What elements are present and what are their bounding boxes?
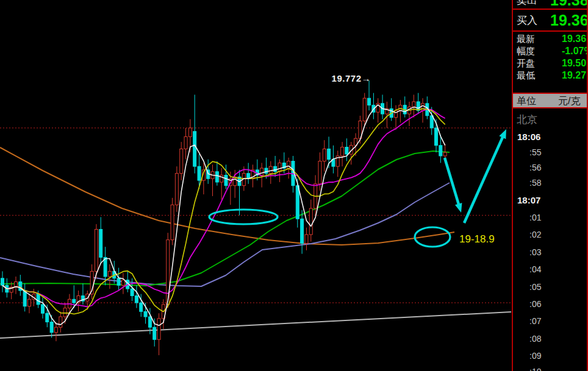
time-tick: :03 xyxy=(529,247,541,257)
time-tick: :06 xyxy=(529,299,541,309)
candle-body xyxy=(215,172,218,182)
candle-body xyxy=(108,271,111,277)
candle-body xyxy=(27,299,30,306)
candle-body xyxy=(260,168,264,175)
candle-body xyxy=(198,166,201,180)
candle-body xyxy=(59,317,62,327)
quote-value: 19.36 xyxy=(562,34,586,44)
quote-label: 最新 xyxy=(517,34,535,45)
candle-body xyxy=(23,291,26,306)
buy-price-row[interactable]: 买入 19.36 xyxy=(517,10,587,30)
candle-body xyxy=(148,317,151,327)
candle-body xyxy=(188,128,192,136)
time-tick: 18:06 xyxy=(517,132,540,142)
sell-label: 卖出 xyxy=(517,0,537,7)
time-tick: :09 xyxy=(529,351,541,361)
quote-label: 幅度 xyxy=(517,46,535,57)
time-tick: :01 xyxy=(529,213,541,222)
highlight-ellipse-dip[interactable] xyxy=(209,210,278,224)
unit-value: 元/克 xyxy=(558,95,580,108)
candle-body xyxy=(412,102,415,107)
peak-price-label: 19.772→ xyxy=(332,73,371,83)
candle-body xyxy=(435,128,438,146)
unit-label: 单位 xyxy=(517,95,536,108)
candle-body xyxy=(269,166,272,173)
candle-body xyxy=(41,305,44,313)
ma-green xyxy=(0,151,450,286)
candle-body xyxy=(265,168,268,174)
candle-body xyxy=(328,149,331,159)
candle-body xyxy=(54,327,57,333)
quote-value: 19.50 xyxy=(562,58,586,69)
candle-body xyxy=(274,166,277,172)
quote-value: -1.07% xyxy=(562,46,588,57)
candle-body xyxy=(443,152,446,156)
candle-body xyxy=(439,146,442,156)
quote-row[interactable]: 幅度-1.07% xyxy=(517,45,587,57)
candle-body xyxy=(99,229,102,257)
candle-body xyxy=(193,132,196,166)
quote-row[interactable]: 开盘19.50 xyxy=(517,57,587,69)
buy-price: 19.36 xyxy=(550,12,588,29)
region-label: 北京 xyxy=(517,113,537,127)
time-tick: :04 xyxy=(529,264,541,274)
candle-body xyxy=(224,175,228,185)
candle-body xyxy=(363,98,366,121)
candle-body xyxy=(37,294,40,305)
separator xyxy=(513,30,587,32)
candle-body xyxy=(368,98,371,105)
ma-slate xyxy=(0,183,450,286)
candle-body xyxy=(341,147,344,156)
candle-body xyxy=(153,327,156,339)
price-chart[interactable] xyxy=(0,0,512,371)
candle-body xyxy=(309,208,312,235)
candle-body xyxy=(63,308,66,317)
trend-arrow-up-head xyxy=(499,129,506,139)
time-tick: :07 xyxy=(529,316,541,326)
trend-arrow-up[interactable] xyxy=(464,135,504,223)
time-tick: :55 xyxy=(529,147,541,157)
candle-body xyxy=(184,136,187,149)
time-tick: 18:07 xyxy=(517,195,540,205)
candle-body xyxy=(395,110,398,117)
time-tick: :58 xyxy=(529,178,541,188)
candle-body xyxy=(301,219,304,243)
candle-body xyxy=(144,311,147,317)
candle-body xyxy=(135,296,138,303)
trading-app-window: 19.772→ 19-18.9 卖出 19.38 买入 19.36 最新19.3… xyxy=(0,0,588,371)
trend-arrow-down[interactable] xyxy=(445,158,459,206)
candle-body xyxy=(117,278,120,285)
quote-row[interactable]: 最新19.36 xyxy=(517,33,587,45)
ma-magenta xyxy=(2,109,445,306)
support-range-label: 19-18.9 xyxy=(459,233,495,246)
candle-body xyxy=(180,149,183,173)
candle-body xyxy=(121,280,124,286)
trend-arrow-down-head xyxy=(455,203,462,213)
candle-body xyxy=(46,313,49,322)
time-tick: :02 xyxy=(529,230,541,239)
candle-body xyxy=(171,205,174,239)
candle-body xyxy=(157,319,160,339)
candle-body xyxy=(131,289,134,295)
candle-body xyxy=(345,147,348,154)
quote-label: 最低 xyxy=(517,70,535,82)
quote-sidebar: 卖出 19.38 买入 19.36 最新19.36幅度-1.07%开盘19.50… xyxy=(512,0,588,371)
time-tick: :56 xyxy=(529,163,541,172)
candle-body xyxy=(1,278,4,285)
candle-body xyxy=(278,163,281,171)
quote-row[interactable]: 最低19.27 xyxy=(517,69,587,82)
candle-body xyxy=(50,322,53,333)
candle-body xyxy=(323,149,326,161)
candle-body xyxy=(140,303,143,311)
candle-body xyxy=(73,299,76,303)
time-tick: :05 xyxy=(529,282,541,292)
quote-label: 开盘 xyxy=(517,58,535,69)
time-tick: :08 xyxy=(529,334,541,344)
candle-body xyxy=(305,235,308,243)
ma-orange xyxy=(0,147,454,245)
candle-body xyxy=(318,161,321,184)
candle-body xyxy=(296,186,299,219)
sell-price: 19.38 xyxy=(550,0,588,9)
trend-line xyxy=(0,312,511,338)
sell-price-row[interactable]: 卖出 19.38 xyxy=(517,0,587,10)
